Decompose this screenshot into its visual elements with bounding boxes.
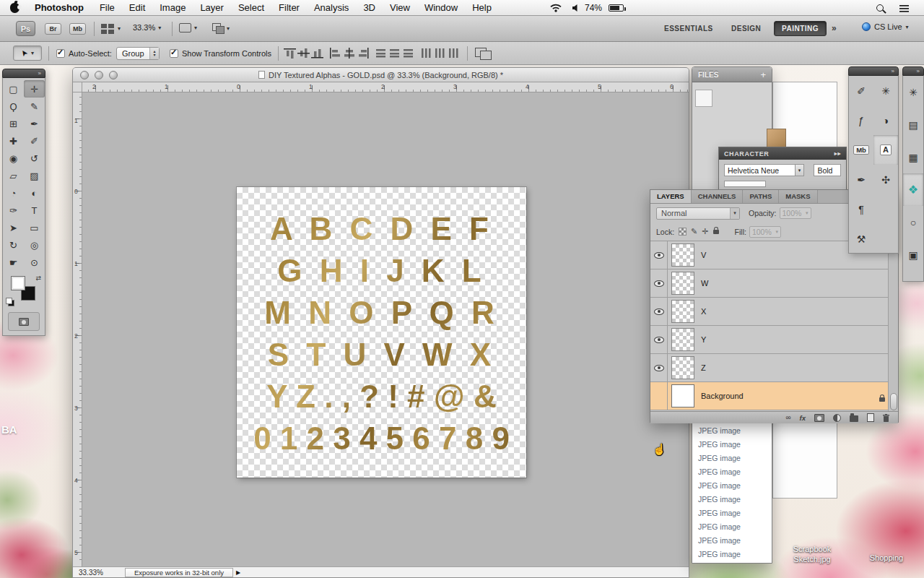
quick-mask-icon[interactable] bbox=[19, 318, 29, 326]
navigator-panel-button[interactable]: ✳ bbox=[903, 76, 923, 108]
cs-live-button[interactable]: CS Live ▾ bbox=[862, 22, 909, 31]
visibility-toggle[interactable] bbox=[650, 298, 668, 325]
view-extras-button[interactable]: ▾ bbox=[101, 23, 121, 34]
histogram-panel-button[interactable]: ○ bbox=[903, 206, 923, 238]
align-bottom-edges-button[interactable] bbox=[311, 48, 323, 59]
dock-expand-icon[interactable]: » bbox=[892, 69, 895, 74]
layer-thumbnail[interactable] bbox=[671, 243, 694, 267]
align-top-edges-button[interactable] bbox=[284, 48, 296, 59]
crop-tool[interactable]: ⊞ bbox=[3, 115, 24, 132]
brush-panel-button[interactable]: ✐ bbox=[849, 76, 873, 105]
menu-item[interactable]: Edit bbox=[122, 0, 152, 15]
file-list-item[interactable]: JPEG image bbox=[692, 452, 772, 465]
font-family-dropdown-arrow[interactable]: ▾ bbox=[796, 164, 805, 176]
tool-presets-panel-button[interactable]: ✳ bbox=[873, 76, 898, 105]
layers-panel-tab[interactable]: PATHS bbox=[743, 190, 779, 203]
mini-bridge-panel-button[interactable]: Mb bbox=[849, 135, 873, 165]
layers-scrollbar[interactable] bbox=[888, 241, 898, 411]
arrange-documents-button[interactable]: ▾ bbox=[212, 23, 230, 33]
zoom-button[interactable] bbox=[109, 71, 118, 79]
wifi-icon[interactable] bbox=[550, 0, 562, 16]
layer-thumbnail[interactable] bbox=[671, 356, 694, 379]
file-list-item[interactable]: JPEG image bbox=[692, 424, 772, 438]
file-thumbnail[interactable] bbox=[695, 90, 712, 107]
quick-selection-tool[interactable]: ✎ bbox=[24, 98, 45, 115]
zoom-level-select[interactable]: 33.3% ▾ bbox=[133, 23, 161, 32]
align-vertical-centers-button[interactable] bbox=[297, 48, 310, 59]
distribute-top-edges-button[interactable] bbox=[375, 48, 387, 59]
layer-row[interactable]: X bbox=[650, 298, 898, 326]
layers-panel-tab[interactable]: MASKS bbox=[779, 190, 817, 203]
lock-position-icon[interactable]: ✛ bbox=[702, 228, 708, 236]
eyedropper-tool[interactable]: ✒ bbox=[24, 115, 45, 132]
shape-tool[interactable]: ▭ bbox=[24, 219, 45, 236]
font-family-select[interactable]: Helvetica Neue bbox=[724, 164, 796, 176]
horizontal-ruler[interactable]: 210123456 bbox=[82, 82, 689, 92]
menu-item[interactable]: Window bbox=[417, 0, 465, 15]
menu-item[interactable]: File bbox=[92, 0, 122, 15]
screen-mode-button[interactable]: ▾ bbox=[179, 23, 197, 33]
toolbar-header[interactable]: » bbox=[2, 69, 45, 78]
close-button[interactable] bbox=[80, 71, 89, 79]
menu-item[interactable]: 3D bbox=[356, 0, 383, 15]
file-list-item[interactable]: JPEG image bbox=[692, 479, 772, 493]
menu-item[interactable]: Analysis bbox=[307, 0, 356, 15]
status-menu-arrow[interactable]: ▶ bbox=[236, 569, 240, 576]
menu-item[interactable]: Image bbox=[152, 0, 193, 15]
menu-item[interactable]: Help bbox=[465, 0, 499, 15]
character-panel-button[interactable]: A bbox=[873, 135, 898, 165]
new-layer-icon[interactable] bbox=[867, 413, 874, 422]
visibility-toggle[interactable] bbox=[650, 354, 668, 381]
lock-pixels-icon[interactable]: ✎ bbox=[691, 228, 697, 236]
distribute-vertical-centers-button[interactable] bbox=[388, 48, 401, 59]
menu-item[interactable]: Layer bbox=[193, 0, 231, 15]
mini-bridge-button[interactable]: Mb bbox=[69, 23, 86, 35]
distribute-bottom-edges-button[interactable] bbox=[402, 48, 414, 59]
workspace-painting[interactable]: PAINTING bbox=[774, 21, 827, 36]
file-list-item[interactable]: JPEG image bbox=[692, 438, 772, 452]
clone-stamp-tool[interactable]: ◉ bbox=[3, 150, 24, 167]
layers-panel-tab[interactable]: CHANNELS bbox=[692, 190, 744, 203]
visibility-toggle[interactable] bbox=[650, 269, 668, 297]
distribute-right-edges-button[interactable] bbox=[448, 48, 460, 59]
file-list-item[interactable]: JPEG image bbox=[692, 465, 772, 479]
delete-layer-icon[interactable] bbox=[883, 414, 889, 422]
blur-tool[interactable]: ◔ bbox=[3, 184, 24, 202]
blend-mode-dropdown-arrow[interactable]: ▾ bbox=[730, 208, 739, 219]
notes-panel-button[interactable]: ✒ bbox=[849, 165, 873, 194]
dock-header[interactable]: » bbox=[848, 66, 899, 76]
tool-preset-picker[interactable]: ➤ ▾ bbox=[13, 46, 42, 61]
lasso-tool[interactable]: Ϙ bbox=[3, 98, 24, 115]
layers-panel-tab[interactable]: LAYERS bbox=[650, 190, 692, 203]
swap-colors-icon[interactable]: ⇄ bbox=[35, 275, 41, 282]
swatches-panel-button[interactable]: ▤ bbox=[903, 108, 923, 141]
fill-field[interactable]: 100% ▾ bbox=[749, 226, 781, 238]
dock-expand-icon[interactable]: » bbox=[38, 71, 42, 77]
visibility-toggle[interactable] bbox=[650, 326, 668, 353]
masks-panel-button[interactable]: ▣ bbox=[903, 238, 923, 271]
rectangular-marquee-tool[interactable]: ▢ bbox=[3, 80, 24, 98]
gradient-tool[interactable]: ▨ bbox=[24, 167, 45, 184]
pen-tool[interactable]: ✑ bbox=[3, 202, 24, 219]
file-list-item[interactable]: JPEG image bbox=[692, 534, 772, 548]
add-file-button[interactable]: + bbox=[760, 70, 766, 79]
add-layer-mask-icon[interactable] bbox=[814, 414, 824, 422]
distribute-horizontal-centers-button[interactable] bbox=[434, 48, 446, 59]
blend-mode-select[interactable]: Normal ▾ bbox=[656, 207, 740, 220]
paragraph-panel-button[interactable]: ¶ bbox=[849, 194, 873, 224]
minimize-button[interactable] bbox=[95, 71, 103, 79]
zoom-tool[interactable]: ⊙ bbox=[24, 254, 45, 271]
workspace-essentials[interactable]: ESSENTIALS bbox=[664, 25, 713, 33]
scrollbar-thumb[interactable] bbox=[890, 393, 897, 410]
layer-thumbnail[interactable] bbox=[671, 272, 694, 295]
layer-styles-panel-button[interactable]: ƒ bbox=[849, 105, 873, 135]
auto-align-layers-button[interactable] bbox=[475, 48, 491, 59]
layer-style-icon[interactable]: fx bbox=[800, 414, 806, 422]
dock-header[interactable]: » bbox=[902, 66, 924, 76]
layer-thumbnail[interactable] bbox=[671, 328, 694, 351]
visibility-toggle[interactable] bbox=[650, 382, 668, 410]
menu-item[interactable]: Select bbox=[231, 0, 271, 15]
character-panel-header[interactable]: CHARACTER ▸▸ bbox=[719, 147, 846, 160]
menu-item[interactable]: View bbox=[383, 0, 417, 15]
layer-thumbnail[interactable] bbox=[671, 384, 694, 407]
